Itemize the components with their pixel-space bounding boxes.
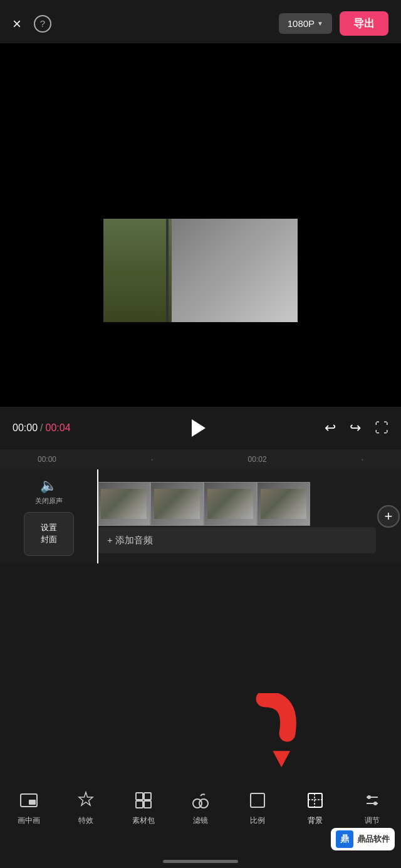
video-bottom-black [103, 322, 298, 344]
ruler-dot-1: · [151, 455, 153, 464]
svg-point-17 [373, 802, 377, 805]
toolbar-item-background[interactable]: 背景 [293, 789, 338, 826]
clip-thumb-2[interactable] [150, 482, 204, 526]
picture-in-picture-icon [18, 789, 40, 812]
toolbar-label-picture-in-picture: 画中画 [18, 815, 40, 826]
mute-button[interactable]: 🔈 关闭原声 [35, 478, 63, 506]
close-button[interactable]: × [13, 16, 21, 31]
home-indicator-bar [163, 860, 238, 863]
export-button[interactable]: 导出 [340, 11, 388, 36]
svg-marker-3 [79, 792, 93, 805]
resolution-button[interactable]: 1080P ▼ [279, 13, 332, 34]
toolbar-label-materials: 素材包 [132, 815, 155, 826]
resolution-arrow-icon: ▼ [317, 20, 323, 27]
toolbar-label-effects: 特效 [78, 815, 93, 826]
clip-thumb-3[interactable] [204, 482, 257, 526]
timeline-clips: + + 添加音频 [97, 469, 401, 563]
toolbar-item-ratio[interactable]: 比例 [235, 789, 280, 826]
ratio-icon [246, 789, 269, 812]
effects-icon [75, 789, 97, 812]
add-clip-button[interactable]: + [377, 505, 400, 528]
time-separator: / [40, 422, 43, 434]
watermark-text: 鼎品软件 [357, 834, 390, 845]
video-image-area [103, 219, 298, 322]
video-frame [103, 106, 298, 344]
toolbar-item-filter[interactable]: 滤镜 [178, 789, 223, 826]
play-button[interactable] [185, 416, 210, 441]
red-arrow-annotation [244, 693, 307, 771]
cover-line1: 设置 [41, 522, 57, 533]
toolbar-label-background: 背景 [308, 815, 323, 826]
svg-marker-0 [273, 751, 290, 767]
time-display: 00:00 / 00:04 [13, 422, 71, 434]
svg-rect-10 [251, 793, 264, 807]
watermark: 鼎 鼎品软件 [331, 828, 395, 850]
toolbar-item-adjust[interactable]: 调节 [350, 789, 395, 826]
toolbar-item-picture-in-picture[interactable]: 画中画 [6, 789, 51, 826]
top-bar: × ? 1080P ▼ 导出 [0, 0, 401, 43]
background-icon [304, 789, 326, 812]
filter-icon [189, 789, 212, 812]
svg-rect-7 [144, 801, 151, 808]
play-icon [192, 419, 206, 437]
materials-icon [132, 789, 155, 812]
toolbar-label-ratio: 比例 [250, 815, 265, 826]
cover-button[interactable]: 设置 封面 [24, 512, 74, 556]
ruler-mark-0: 00:00 [38, 455, 56, 464]
top-bar-left: × ? [13, 15, 51, 33]
svg-point-15 [367, 795, 371, 799]
svg-rect-11 [308, 793, 322, 807]
adjust-icon [361, 789, 383, 812]
svg-rect-2 [29, 800, 36, 805]
video-left-scene [103, 219, 172, 322]
total-time: 00:04 [46, 422, 71, 434]
video-top-black [103, 106, 298, 219]
clip-thumb-1[interactable] [97, 482, 150, 526]
toolbar-item-materials[interactable]: 素材包 [121, 789, 166, 826]
toolbar-label-adjust: 调节 [365, 815, 380, 826]
svg-rect-5 [144, 793, 151, 800]
watermark-logo: 鼎 [336, 830, 353, 848]
ruler-dot-3: · [362, 455, 363, 464]
video-right-scene [172, 219, 298, 322]
redo-button[interactable]: ↪ [350, 420, 361, 436]
clip-thumb-4[interactable] [257, 482, 310, 526]
speaker-icon: 🔈 [40, 478, 57, 494]
timeline-ruler: 00:00 · 00:02 · [0, 455, 401, 464]
playback-right-icons: ↩ ↪ ⛶ [325, 420, 388, 436]
mute-label: 关闭原声 [35, 496, 63, 506]
playback-controls: 00:00 / 00:04 ↩ ↪ ⛶ [0, 407, 401, 449]
toolbar-item-effects[interactable]: 特效 [63, 789, 108, 826]
timeline-area: 🔈 关闭原声 设置 封面 + + 添加音频 [0, 469, 401, 563]
video-clip-strip [97, 482, 376, 526]
bottom-toolbar: 画中画 特效 素材包 [0, 780, 401, 868]
toolbar-label-filter: 滤镜 [193, 815, 208, 826]
arrow-svg [244, 693, 307, 768]
ruler-mark-2: 00:02 [248, 455, 267, 464]
svg-rect-6 [136, 801, 143, 808]
undo-button[interactable]: ↩ [325, 420, 336, 436]
video-preview [0, 43, 401, 407]
playhead [97, 469, 98, 563]
svg-point-9 [199, 799, 208, 808]
timeline-header: 00:00 · 00:02 · [0, 449, 401, 469]
top-bar-right: 1080P ▼ 导出 [279, 11, 388, 36]
fullscreen-button[interactable]: ⛶ [375, 420, 388, 436]
current-time: 00:00 [13, 422, 38, 434]
cover-line2: 封面 [41, 534, 57, 545]
help-button[interactable]: ? [34, 15, 51, 33]
add-audio-button[interactable]: + 添加音频 [97, 527, 376, 553]
bottom-indicator [0, 854, 401, 868]
svg-rect-4 [136, 793, 143, 800]
track-left-controls: 🔈 关闭原声 设置 封面 [0, 469, 97, 563]
